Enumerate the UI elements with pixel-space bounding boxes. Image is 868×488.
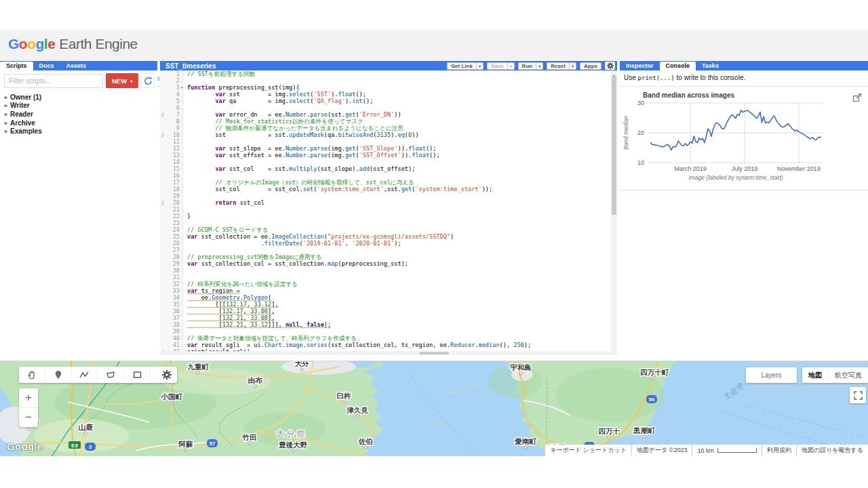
tree-item-examples[interactable]: ▸Examples [0,127,157,136]
chart-xlabel: Image (labeled by system:time_start) [688,174,783,181]
gutter-info-icon[interactable]: i [161,131,163,138]
gutter-line-30: 30 [160,267,182,274]
tree-item-archive[interactable]: ▸Archive [0,119,157,127]
code-line-13: var sst_offset = ee.Number.parse(img.get… [187,152,617,159]
code-line-7: var error_dn = ee.Number.parse(sst.get('… [187,111,617,118]
refresh-button[interactable] [141,73,155,88]
place-label: 竹田 [242,433,257,441]
code-line-28: // preprocessing_sst関数をImageに適用する [187,253,617,260]
tab-docs[interactable]: Docs [33,61,60,70]
chart-ytick: 10 [637,159,644,166]
new-script-button[interactable]: NEW▾ [106,73,138,88]
tab-scripts[interactable]: Scripts [0,62,33,70]
city-dot [84,432,87,434]
map-type-control: 地図 航空写真 [802,367,868,383]
tab-inspector[interactable]: Inspector [620,61,660,70]
apps-button[interactable]: Apps [580,62,601,70]
scrollbar-thumb[interactable] [612,76,616,215]
code-editor-panel: SST_timeseries Get Link▾Save▾Run▾Reset▾A… [160,61,617,359]
layers-control[interactable]: Layers [746,367,797,383]
reset-button[interactable]: Reset▾ [547,62,576,70]
tree-expand-icon[interactable]: ▸ [5,120,7,126]
band-median-chart[interactable]: Band median across images102030March 201… [620,89,850,183]
save-dropdown-caret-icon[interactable]: ▾ [507,62,515,70]
code-line-3: function preprocessing_sst(img){ [187,84,617,91]
code-line-25: var sst_collection = ee.ImageCollection(… [187,233,617,240]
map-type-satellite-button[interactable]: 航空写真 [828,371,868,380]
code-line-15: var sst_col = sst.multiply(sst_slope).ad… [187,165,617,172]
city-dot [519,372,522,375]
caret-down-icon: ▾ [130,79,132,83]
tree-expand-icon[interactable]: ▸ [5,128,7,134]
gutter-info-icon[interactable]: i [161,199,163,206]
tree-expand-icon[interactable]: ▸ [5,111,7,117]
attribution-item[interactable]: 利用規約 [762,445,796,456]
code-editor[interactable]: 123▾456i789i10111213141516171819i2021222… [160,70,617,355]
settings-button[interactable] [605,62,615,70]
gutter-line-16: 16 [160,172,182,179]
run-dropdown-caret-icon[interactable]: ▾ [536,62,543,70]
editor-vertical-scrollbar[interactable]: ▲ [611,70,617,355]
geometry-drawing-toolbar [19,367,177,383]
reset-dropdown-caret-icon[interactable]: ▾ [569,62,576,70]
zoom-out-button[interactable]: − [19,408,38,427]
tree-item-reader[interactable]: ▸Reader [0,110,157,119]
tab-assets[interactable]: Assets [60,61,93,70]
gutter-line-36: 36 [160,308,182,314]
script-title: SST_timeseries [165,62,447,70]
tab-tasks[interactable]: Tasks [696,61,725,70]
get-link-dropdown-caret-icon[interactable]: ▾ [476,62,484,70]
run-button-label[interactable]: Run [518,62,536,70]
rectangle-tool[interactable] [124,367,151,383]
code-line-40: // 衛星データと対象領域を指定して、時系列グラフを作成する. [187,335,617,342]
save-button[interactable]: Save▾ [487,62,515,70]
tree-item-owner[interactable]: ▸Owner (1) [0,93,157,102]
polygon-tool[interactable] [98,367,124,383]
tree-expand-icon[interactable]: ▸ [5,102,7,108]
attribution-item[interactable]: 地図の誤りを報告する [797,445,868,456]
save-button-label[interactable]: Save [487,62,507,70]
map-type-map-button[interactable]: 地図 [802,371,828,380]
apps-button-label[interactable]: Apps [580,62,601,70]
code-line-17: // オリジナルのImage（sst）の時刻情報を取得して、sst_colに与え… [187,179,617,186]
tree-expand-icon[interactable]: ▸ [5,94,7,100]
hscrollbar-thumb[interactable] [419,352,449,354]
tree-item-writer[interactable]: ▸Writer [0,102,157,110]
filter-scripts-input[interactable] [4,74,103,88]
fullscreen-button[interactable] [850,387,866,403]
pan-hand-tool[interactable] [19,367,45,383]
editor-horizontal-scrollbar[interactable] [160,351,617,355]
city-dot [524,446,527,449]
code-line-36: [132.17, 33.08], [187,308,617,314]
point-marker-tool[interactable] [45,367,72,383]
code-line-23 [187,220,617,226]
editor-buttons: Get Link▾Save▾Run▾Reset▾Apps [447,62,601,70]
attribution-item[interactable]: 地図データ ©2023 [632,445,692,456]
code-line-16 [187,172,617,179]
gutter-line-20: i20 [160,199,182,206]
gutter-info-icon[interactable]: i [161,111,163,118]
tab-console[interactable]: Console [660,62,696,70]
zoom-in-button[interactable]: + [19,388,38,408]
code-line-2 [187,77,617,84]
gutter-line-23: 23 [160,220,182,226]
gutter-line-14: 14 [160,159,182,165]
open-in-new-icon[interactable] [853,92,861,104]
polyline-tool[interactable] [72,367,98,383]
code-fold-icon[interactable]: ▾ [180,84,183,91]
gutter-line-25: 25 [160,233,182,240]
reset-button-label[interactable]: Reset [547,62,569,70]
city-dot [197,371,199,374]
map[interactable]: E33575656大分九重町由布小国町大牟田山鹿阿蘇竹田大分県豊後大野臼杵津久見… [0,361,868,456]
gutter-line-29: 29 [160,260,182,267]
code-line-39 [187,328,617,335]
attribution-item[interactable]: キーボード ショートカット [545,445,631,456]
get-link-button-label[interactable]: Get Link [447,62,476,70]
run-button[interactable]: Run▾ [518,62,544,70]
svg-text:3: 3 [89,444,92,450]
gutter-line-3: 3▾ [160,84,182,91]
get-link-button[interactable]: Get Link▾ [447,62,484,70]
code-line-18: sst_col = sst_col.set('system:time_start… [187,186,617,192]
geometry-settings-gear-icon[interactable] [151,367,177,383]
tree-item-label: Archive [10,119,35,127]
